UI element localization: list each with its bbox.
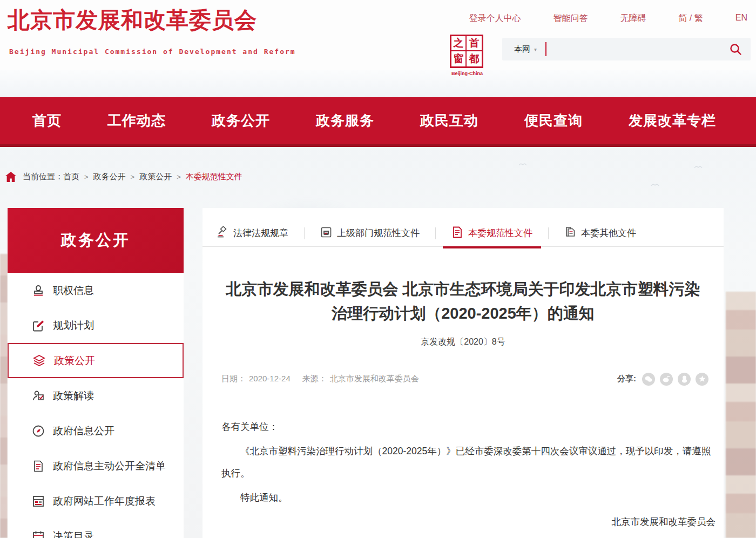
content-panel: 法律法规规章 上级部门规范性文件 本委规范性文件 [202, 208, 724, 538]
nav-item-government-services[interactable]: 政务服务 [316, 111, 374, 130]
bird-icon [518, 162, 527, 166]
sidebar-item-gov-info-disclosure[interactable]: 政府信息公开 [8, 413, 184, 448]
sidebar-item-label: 职权信息 [53, 284, 94, 298]
calendar-icon [31, 529, 45, 538]
article-title: 北京市发展和改革委员会 北京市生态环境局关于印发北京市塑料污染治理行动计划（20… [220, 277, 706, 326]
compass-icon [31, 424, 45, 438]
site-header: 北京市发展和改革委员会 Beijing Municipal Commission… [0, 0, 756, 97]
nav-item-reform-column[interactable]: 发展改革专栏 [629, 111, 716, 130]
search-scope-label: 本网 [514, 44, 530, 55]
sidebar-item-label: 政策解读 [53, 389, 94, 403]
sidebar-item-planning[interactable]: 规划计划 [8, 308, 184, 343]
seal-char: 首 [467, 36, 482, 51]
layers-icon [32, 354, 46, 367]
tab-superior-normative-documents[interactable]: 上级部门规范性文件 [314, 220, 426, 247]
gavel-icon [217, 226, 228, 240]
article-meta: 日期：2020-12-24 来源：北京市发展和改革委员会 分享: [202, 373, 724, 386]
paragraph: 《北京市塑料污染治理行动计划（2020-2025年）》已经市委深改委第十四次会议… [221, 440, 716, 485]
date-label: 日期： [221, 374, 246, 384]
sidebar-item-website-annual-report[interactable]: 政府网站工作年度报表 [8, 483, 184, 519]
sidebar-item-label: 政府信息主动公开全清单 [53, 459, 166, 473]
search-scope-dropdown[interactable]: 本网 ▾ [514, 44, 537, 55]
capital-window-seal-icon[interactable]: 之 首 窗 都 [450, 35, 483, 68]
tab-commission-other-documents[interactable]: 本委其他文件 [558, 220, 643, 247]
search-icon[interactable] [729, 43, 742, 56]
main-navigation: 首页 工作动态 政务公开 政务服务 政民互动 便民查询 发展改革专栏 [0, 97, 756, 147]
sidebar-title: 政务公开 [8, 208, 184, 273]
weibo-icon[interactable] [660, 373, 673, 386]
sidebar-item-label: 政府网站工作年度报表 [53, 494, 156, 508]
sidebar-item-label: 决策目录 [53, 529, 94, 538]
person-pen-icon [31, 389, 45, 402]
link-accessibility[interactable]: 无障碍 [620, 13, 646, 24]
article-body: 各有关单位： 《北京市塑料污染治理行动计划（2020-2025年）》已经市委深改… [202, 416, 724, 534]
breadcrumb-separator: > [84, 173, 89, 181]
doc-list-icon [31, 459, 45, 473]
seal-caption: Beijing-China [443, 71, 491, 76]
tab-label: 上级部门规范性文件 [337, 227, 420, 239]
star-icon[interactable] [696, 373, 708, 386]
nav-item-public-interaction[interactable]: 政民互动 [420, 111, 478, 130]
link-simplified-traditional[interactable]: 简 / 繁 [678, 13, 703, 24]
share-bar: 分享: [617, 373, 708, 386]
inbox-doc-icon [320, 226, 332, 240]
home-icon[interactable] [5, 172, 16, 182]
link-english[interactable]: EN [735, 13, 747, 24]
paragraph: 特此通知。 [221, 487, 716, 509]
site-title: 北京市发展和改革委员会 [8, 5, 257, 35]
tab-label: 本委其他文件 [581, 227, 636, 239]
breadcrumb-separator: > [177, 173, 181, 181]
chevron-down-icon: ▾ [534, 46, 537, 52]
nav-item-home[interactable]: 首页 [32, 111, 62, 130]
sidebar-menu: 职权信息 规划计划 政策公开 政策解读 [8, 273, 184, 538]
tab-commission-normative-documents[interactable]: 本委规范性文件 [445, 220, 539, 247]
nav-item-work-dynamics[interactable]: 工作动态 [107, 111, 166, 130]
docs-icon [564, 226, 576, 240]
date-value: 2020-12-24 [249, 374, 291, 384]
tab-divider [435, 227, 436, 239]
tab-laws-regulations[interactable]: 法律法规规章 [210, 220, 295, 247]
sidebar-item-label: 政策公开 [54, 354, 95, 368]
sidebar-item-decision-catalog[interactable]: 决策目录 [8, 519, 184, 538]
nav-item-government-affairs[interactable]: 政务公开 [212, 111, 270, 130]
link-smart-qa[interactable]: 智能问答 [553, 13, 588, 24]
sidebar-item-label: 规划计划 [53, 319, 94, 333]
nav-item-convenience-query[interactable]: 便民查询 [524, 111, 583, 130]
utility-links: 登录个人中心 智能问答 无障碍 简 / 繁 EN [469, 13, 747, 24]
qq-icon[interactable] [678, 373, 691, 386]
bird-icon [651, 183, 659, 187]
stamp-icon [31, 284, 45, 297]
breadcrumb: 当前位置： 首页 > 政务公开 > 政策公开 > 本委规范性文件 [5, 172, 242, 182]
seal-char: 之 [451, 36, 467, 51]
wechat-icon[interactable] [642, 373, 655, 386]
breadcrumb-item-current: 本委规范性文件 [186, 172, 242, 182]
tab-divider [548, 227, 549, 239]
sidebar-item-label: 政府信息公开 [53, 424, 114, 438]
breadcrumb-item-home[interactable]: 首页 [63, 172, 79, 182]
sidebar-item-policy-disclosure[interactable]: 政策公开 [8, 343, 184, 378]
breadcrumb-item-policy[interactable]: 政策公开 [139, 172, 172, 182]
seal-char: 都 [467, 51, 482, 66]
page: 北京市发展和改革委员会 Beijing Municipal Commission… [0, 0, 756, 538]
search-input[interactable] [551, 45, 729, 54]
report-icon [31, 494, 45, 508]
breadcrumb-separator: > [131, 173, 135, 181]
edit-icon [31, 319, 45, 332]
salutation: 各有关单位： [221, 416, 716, 438]
sidebar-item-authority-info[interactable]: 职权信息 [8, 273, 184, 308]
signature: 北京市发展和改革委员会 [221, 511, 716, 533]
site-title-english: Beijing Municipal Commission of Developm… [9, 48, 296, 56]
share-label: 分享: [617, 374, 636, 384]
document-category-tabs: 法律法规规章 上级部门规范性文件 本委规范性文件 [202, 208, 724, 247]
link-login-personal-center[interactable]: 登录个人中心 [469, 13, 521, 24]
sidebar-item-policy-interpretation[interactable]: 政策解读 [8, 378, 184, 413]
sidebar: 政务公开 职权信息 规划计划 政策公开 [8, 208, 184, 538]
tab-label: 法律法规规章 [233, 227, 288, 239]
search-bar: 本网 ▾ [502, 38, 751, 60]
source-label: 来源： [302, 374, 327, 384]
bird-icon [694, 165, 703, 169]
breadcrumb-item-govaffairs[interactable]: 政务公开 [93, 172, 126, 182]
tab-label: 本委规范性文件 [468, 227, 532, 239]
right-photo-edge [726, 292, 756, 538]
sidebar-item-proactive-disclosure-list[interactable]: 政府信息主动公开全清单 [8, 448, 184, 483]
